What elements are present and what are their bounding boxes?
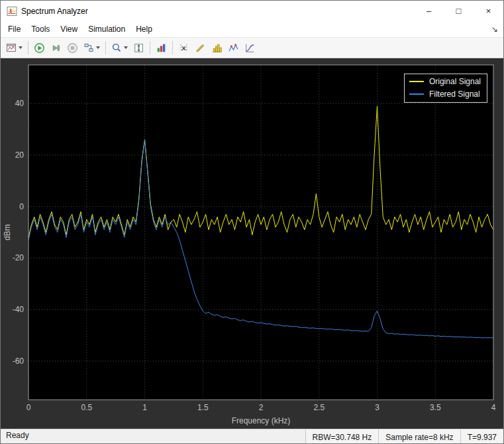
legend-line-filtered-icon [409,93,424,95]
stop-button[interactable] [64,39,81,56]
title-bar: Spectrum Analyzer – □ × [1,1,503,21]
step-forward-button[interactable] [48,39,64,56]
signal-statistics-button[interactable] [192,39,209,56]
svg-text:2.5: 2.5 [313,403,325,412]
export-dropdown-button[interactable] [3,39,25,56]
svg-text:Frequency (kHz): Frequency (kHz) [232,416,291,425]
svg-text:X: X [181,44,186,51]
peak-finder-button[interactable] [225,39,242,56]
scope-export-icon [6,42,17,53]
menu-file[interactable]: File [3,22,26,36]
svg-text:3.5: 3.5 [430,403,441,412]
svg-text:4: 4 [491,403,496,412]
svg-text:dBm: dBm [3,224,12,241]
dropdown-caret-icon [124,46,128,49]
status-ready: Ready [1,429,305,443]
menu-bar: File Tools View Simulation Help ↘ [1,21,503,37]
distortion-measurements-icon [244,42,256,54]
close-button[interactable]: × [474,1,503,21]
cursor-measurements-icon: X [178,42,189,54]
histogram-icon [211,42,223,54]
svg-text:-20: -20 [13,253,25,262]
toolbar-separator [172,41,173,54]
svg-text:0: 0 [19,202,24,211]
zoom-dropdown-button[interactable] [109,39,130,56]
status-sample-rate: Sample rate=8 kHz [378,429,460,443]
menu-help[interactable]: Help [130,22,158,36]
svg-text:3: 3 [375,403,379,412]
menu-view[interactable]: View [55,22,83,36]
spectrum-plot-svg: 00.511.522.533.5440200-20-40-60Frequency… [1,58,503,429]
dropdown-caret-icon [19,46,23,49]
signal-statistics-icon [195,42,206,54]
style-settings-button[interactable] [153,39,170,56]
scale-y-axis-icon [133,42,144,54]
status-bar: Ready RBW=30.748 Hz Sample rate=8 kHz T=… [1,429,503,443]
scale-y-axis-button[interactable] [130,39,147,56]
dock-arrow-button[interactable]: ↘ [486,25,503,34]
svg-text:2: 2 [259,403,264,412]
svg-text:1: 1 [142,403,147,412]
legend-entry-filtered: Filtered Signal [409,89,481,99]
toolbar-separator [105,41,106,54]
maximize-button[interactable]: □ [444,1,474,21]
histogram-button[interactable] [209,39,225,56]
run-icon [34,42,45,54]
status-rbw: RBW=30.748 Hz [305,429,379,443]
menu-simulation[interactable]: Simulation [83,22,130,36]
dropdown-caret-icon [96,46,100,49]
window-title: Spectrum Analyzer [21,7,88,16]
spectrum-plot[interactable]: 00.511.522.533.5440200-20-40-60Frequency… [1,58,503,429]
simulation-settings-icon [83,42,94,53]
status-time: T=9.937 [460,429,503,443]
simulation-settings-dropdown-button[interactable] [81,39,103,56]
svg-text:-60: -60 [13,357,25,366]
step-forward-icon [50,42,62,54]
stop-icon [67,42,78,54]
toolbar-separator [150,41,150,54]
svg-text:0: 0 [26,403,31,412]
style-settings-icon [156,42,167,54]
svg-text:0.5: 0.5 [81,403,92,412]
toolbar: X [1,37,503,58]
legend[interactable]: Original Signal Filtered Signal [404,74,487,103]
toolbar-separator [28,41,28,54]
legend-label-original: Original Signal [429,77,481,86]
legend-line-original-icon [409,81,424,82]
peak-finder-icon [228,42,239,54]
cursor-measurements-button[interactable]: X [176,39,192,56]
svg-text:-40: -40 [13,305,25,314]
distortion-measurements-button[interactable] [242,39,258,56]
menu-tools[interactable]: Tools [26,22,55,36]
svg-text:40: 40 [15,99,25,108]
legend-label-filtered: Filtered Signal [429,89,480,99]
run-button[interactable] [31,39,48,56]
minimize-button[interactable]: – [414,1,444,21]
svg-text:20: 20 [15,150,25,160]
svg-text:1.5: 1.5 [197,403,209,412]
legend-entry-original: Original Signal [409,77,481,86]
zoom-icon [111,42,122,53]
spectrum-analyzer-window: Spectrum Analyzer – □ × File Tools View … [0,0,504,444]
app-icon [7,6,17,17]
